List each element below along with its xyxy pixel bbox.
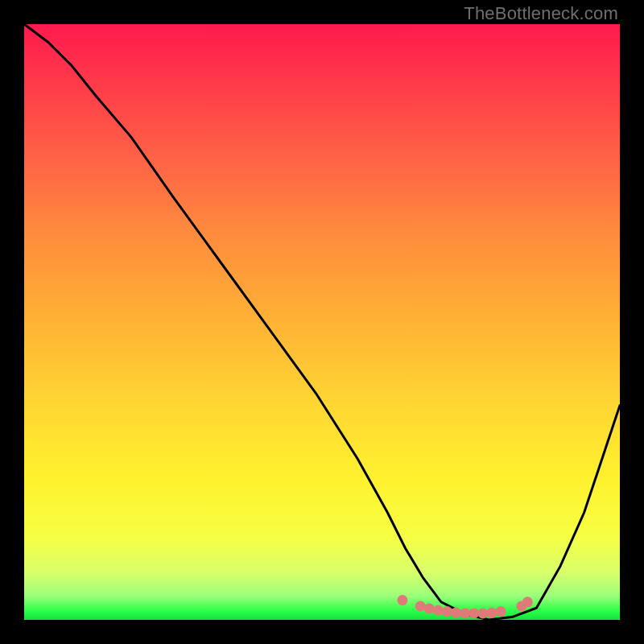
- valley-marker-dot: [433, 605, 444, 616]
- chart-plot-area: [24, 24, 620, 620]
- valley-markers: [397, 595, 532, 618]
- valley-marker-dot: [424, 603, 435, 613]
- valley-marker-dot: [477, 608, 488, 618]
- valley-marker-dot: [451, 608, 461, 618]
- valley-marker-dot: [460, 608, 470, 618]
- valley-marker-dot: [486, 608, 497, 618]
- valley-marker-dot: [397, 595, 407, 605]
- bottleneck-curve: [24, 24, 620, 620]
- valley-marker-dot: [496, 606, 506, 617]
- valley-marker-dot: [469, 608, 479, 618]
- chart-svg: [24, 24, 620, 620]
- watermark-text: TheBottleneck.com: [464, 3, 618, 24]
- chart-frame: TheBottleneck.com: [0, 0, 644, 644]
- valley-marker-dot: [415, 601, 426, 612]
- valley-marker-dot: [442, 606, 452, 617]
- valley-marker-dot: [522, 597, 533, 607]
